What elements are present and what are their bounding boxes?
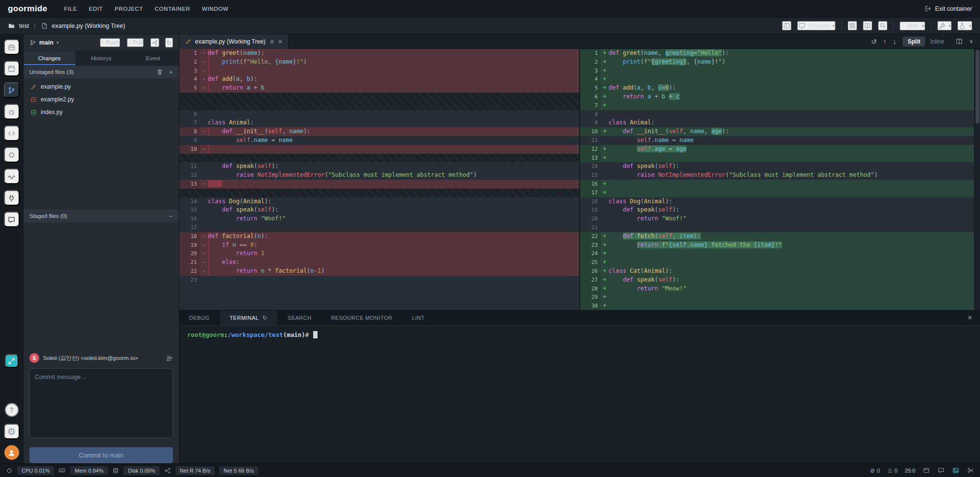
git-tab-historys[interactable]: Historys xyxy=(75,51,127,65)
diff-editor[interactable]: 1-def greet(name):2- print(f"Hello, {nam… xyxy=(179,49,980,310)
debug-icon[interactable] xyxy=(4,104,20,119)
status-chip[interactable]: Net R 74 B/s xyxy=(175,466,215,475)
docs-button[interactable] xyxy=(863,21,872,30)
tab-search[interactable]: SEARCH xyxy=(278,310,321,325)
git-tab-event[interactable]: Event xyxy=(127,51,179,65)
status-chip[interactable]: Net S 66 B/s xyxy=(219,466,258,475)
menu-container[interactable]: CONTAINER xyxy=(149,6,196,12)
status-chip[interactable]: Mem 0.84% xyxy=(70,466,108,475)
diff-row: 12+ self.age = age xyxy=(580,145,980,154)
diff-pane-modified[interactable]: 1+def greet(name, greeting="Hello"):2+ p… xyxy=(580,49,980,310)
exit-container-button[interactable]: Exit container xyxy=(924,5,972,12)
image-capture-icon[interactable] xyxy=(952,467,959,474)
status-chip[interactable]: Disk 0.05% xyxy=(123,466,160,475)
tools-dropdown[interactable]: ▾ xyxy=(937,21,952,30)
expand-button[interactable] xyxy=(5,354,19,368)
comment-icon[interactable] xyxy=(937,467,945,474)
terminal[interactable]: root@goorm:/workspace/test(main)# xyxy=(179,326,980,463)
history-icon[interactable]: ↺ xyxy=(871,38,877,46)
cursor-position[interactable]: 25:0 xyxy=(905,468,915,474)
file-row[interactable]: example2.py xyxy=(24,93,179,106)
chat-icon[interactable] xyxy=(4,212,20,227)
refresh-icon[interactable]: ↻ xyxy=(262,314,268,321)
commit-message-input[interactable] xyxy=(29,368,173,438)
scrollbar-thumb[interactable] xyxy=(976,50,980,123)
inline-view-button[interactable]: Inline xyxy=(925,37,949,47)
diff-row: 24+ xyxy=(580,249,980,258)
commit-button[interactable]: Commit to main xyxy=(29,447,173,463)
snippet-code-icon[interactable] xyxy=(4,125,20,141)
window-icon[interactable] xyxy=(923,467,930,474)
scissors-icon[interactable] xyxy=(967,467,974,474)
collapse-chevron-icon[interactable]: ∨ xyxy=(969,38,973,45)
person-plus-icon[interactable] xyxy=(166,355,173,362)
close-panel-icon[interactable]: × xyxy=(968,313,972,322)
editor-icon[interactable] xyxy=(4,61,20,76)
split-view-button[interactable]: Split xyxy=(903,37,925,47)
container-icon[interactable] xyxy=(4,147,20,163)
close-tab-icon[interactable]: × xyxy=(278,38,282,46)
tab-terminal[interactable]: TERMINAL↻ xyxy=(220,310,278,325)
menu-window[interactable]: WINDOW xyxy=(196,6,234,12)
warning-count[interactable]: ⚠0 xyxy=(887,467,898,474)
file-name: index.py xyxy=(41,109,63,116)
editor-tab[interactable]: example.py (Working Tree) × xyxy=(179,34,289,49)
push-button[interactable]: ↑Push xyxy=(100,38,120,47)
refresh-button[interactable]: ↻ xyxy=(165,38,173,48)
status-bar: CPU 0.01%Mem 0.84%Disk 0.05%Net R 74 B/s… xyxy=(0,463,980,477)
menu-project[interactable]: PROJECT xyxy=(109,6,149,12)
tab-debug[interactable]: DEBUG xyxy=(179,310,220,325)
network-icon[interactable] xyxy=(164,467,171,474)
status-chip[interactable]: CPU 0.01% xyxy=(17,466,54,475)
flask-icon xyxy=(958,22,966,29)
chevron-down-icon: ▾ xyxy=(922,24,924,28)
diff-row: 26+class Cat(Animal): xyxy=(580,267,980,276)
editor-scrollbar[interactable] xyxy=(974,49,980,310)
test-dropdown[interactable]: ▾ xyxy=(957,21,972,30)
next-change-icon[interactable]: ↓ xyxy=(893,38,896,46)
git-graph-button[interactable] xyxy=(150,38,159,47)
diff-row: 29+ xyxy=(580,293,980,302)
columns-icon[interactable] xyxy=(956,38,963,45)
tab-label: SEARCH xyxy=(288,315,312,321)
keyboard-icon[interactable] xyxy=(58,467,66,474)
menu-edit[interactable]: EDIT xyxy=(83,6,109,12)
plug-icon[interactable] xyxy=(4,190,20,206)
diff-row: 16 return "Woof!" xyxy=(179,215,579,223)
diff-row: 5+def add(a, b, c=0): xyxy=(580,84,980,93)
pull-button[interactable]: ↓Pull xyxy=(127,38,144,47)
menu-file[interactable]: FILE xyxy=(58,6,83,12)
run-label: Run xyxy=(907,23,919,29)
search-button[interactable] xyxy=(878,21,887,30)
project-icon[interactable] xyxy=(4,39,20,55)
settings-button[interactable]: ⚙ xyxy=(4,424,20,439)
breadcrumb-project[interactable]: test xyxy=(19,23,29,29)
error-count[interactable]: ⊘0 xyxy=(870,467,880,474)
run-dropdown[interactable]: ▶ Run ▾ xyxy=(900,22,925,30)
diff-pane-original[interactable]: 1-def greet(name):2- print(f"Hello, {nam… xyxy=(179,49,579,310)
preview-dropdown[interactable]: Preview ▾ xyxy=(797,21,835,30)
trash-icon[interactable] xyxy=(156,69,163,75)
tab-resource-monitor[interactable]: RESOURCE MONITOR xyxy=(321,310,402,325)
layout-button[interactable] xyxy=(782,21,791,30)
unstage-all-minus-icon[interactable]: − xyxy=(169,212,173,220)
wave-icon[interactable] xyxy=(4,168,20,184)
diff-row: 23 xyxy=(179,276,579,285)
help-button[interactable]: ? xyxy=(5,403,19,417)
source-control-icon[interactable] xyxy=(4,82,20,98)
git-tab-changes[interactable]: Changes xyxy=(24,51,75,65)
project-folder-icon xyxy=(8,22,15,29)
prev-change-icon[interactable]: ↑ xyxy=(883,38,886,46)
save-all-button[interactable] xyxy=(848,21,857,30)
user-avatar[interactable] xyxy=(4,445,19,460)
file-row[interactable]: example.py xyxy=(24,80,179,93)
diff-row: 9 self.name = name xyxy=(179,136,579,145)
layers-icon[interactable] xyxy=(112,467,119,474)
tab-lint[interactable]: LINT xyxy=(402,310,435,325)
target-icon[interactable] xyxy=(6,467,13,474)
stage-all-plus-icon[interactable]: + xyxy=(169,68,173,76)
exit-icon xyxy=(924,5,931,12)
branch-selector[interactable]: main xyxy=(39,39,53,46)
file-row[interactable]: index.py xyxy=(24,106,179,119)
activity-rail: ? ⚙ xyxy=(0,34,24,463)
